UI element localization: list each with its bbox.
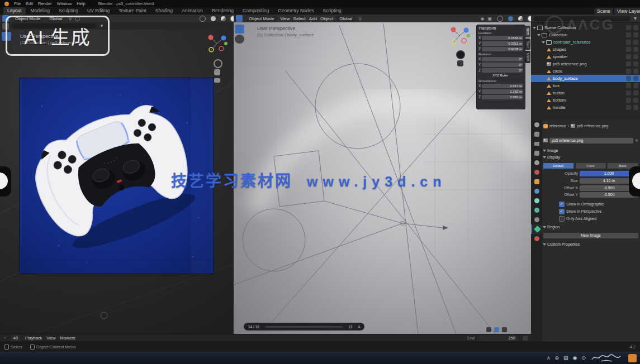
tab-uv-editing[interactable]: UV Editing bbox=[83, 7, 113, 15]
viewport-footer-slider[interactable]: 14 / 16 13 4 bbox=[244, 323, 364, 331]
tray-network-icon[interactable]: ▤ bbox=[563, 355, 568, 361]
navigation-gizmo[interactable] bbox=[205, 31, 229, 56]
camera-visibility-toggle[interactable] bbox=[633, 90, 638, 95]
end-frame-field[interactable]: 250 bbox=[479, 335, 518, 341]
snap-magnet-icon[interactable]: ∪ bbox=[358, 16, 362, 21]
tab-layout[interactable]: Layout bbox=[3, 7, 26, 15]
outliner-row-image[interactable]: ps5 reference.png bbox=[531, 60, 640, 68]
camera-visibility-toggle[interactable] bbox=[633, 98, 638, 103]
tab-sculpting[interactable]: Sculpting bbox=[55, 7, 82, 15]
xray-icon[interactable]: ▣ bbox=[487, 16, 492, 21]
menu-window[interactable]: Window bbox=[57, 1, 72, 6]
editor-type-icon[interactable] bbox=[236, 15, 243, 22]
checkbox-icon[interactable] bbox=[559, 202, 565, 207]
overlay-toggle-icon[interactable] bbox=[494, 327, 499, 332]
tab-rendering[interactable]: Rendering bbox=[208, 7, 238, 15]
tab-animation[interactable]: Animation bbox=[178, 7, 207, 15]
hide-eye-toggle[interactable] bbox=[626, 105, 631, 110]
menu-edit[interactable]: Edit bbox=[26, 1, 33, 6]
camera-visibility-toggle[interactable] bbox=[633, 105, 638, 110]
tab-scripting[interactable]: Scripting bbox=[319, 7, 345, 15]
dimensions-z-row[interactable]: Z0.982 m bbox=[478, 94, 523, 99]
location-z-row[interactable]: Z0.9228 m bbox=[478, 46, 523, 51]
shading-material-icon[interactable] bbox=[518, 16, 523, 21]
camera-visibility-toggle[interactable] bbox=[633, 54, 638, 59]
properties-tab-world[interactable] bbox=[531, 167, 542, 177]
pan-hand-icon[interactable] bbox=[214, 69, 220, 75]
timeline-clock-icon[interactable]: ◔ bbox=[3, 336, 6, 341]
side-tab-view[interactable]: View bbox=[525, 51, 530, 63]
panel-title[interactable]: Transform bbox=[478, 26, 523, 30]
hide-eye-toggle[interactable] bbox=[626, 25, 631, 30]
camera-view-icon[interactable] bbox=[214, 78, 220, 83]
properties-tab-modifiers[interactable] bbox=[531, 186, 542, 196]
rotation-y-row[interactable]: Y0° bbox=[478, 62, 523, 67]
tab-modeling[interactable]: Modeling bbox=[27, 7, 54, 15]
expand-caret-icon[interactable] bbox=[542, 41, 545, 44]
outliner-row-mesh[interactable]: speaker bbox=[531, 53, 640, 60]
properties-tab-scene[interactable] bbox=[531, 158, 542, 167]
current-frame-field[interactable]: 40 bbox=[11, 335, 21, 341]
rotation-z-row[interactable]: Z0° bbox=[478, 68, 523, 73]
properties-tab-material[interactable] bbox=[531, 234, 542, 243]
zoom-icon[interactable] bbox=[456, 50, 465, 59]
camera-visibility-toggle[interactable] bbox=[633, 25, 638, 30]
outliner-row-mesh[interactable]: box bbox=[531, 82, 640, 89]
camera-visibility-toggle[interactable] bbox=[633, 76, 638, 81]
breadcrumb-data[interactable]: ps5 reference.png bbox=[577, 124, 608, 128]
depth-option-default[interactable]: Default bbox=[543, 163, 574, 169]
menu-markers[interactable]: Markers bbox=[60, 336, 75, 341]
location-x-row[interactable]: X0.1556 m bbox=[478, 35, 523, 40]
footer-slider-track[interactable] bbox=[265, 326, 343, 328]
dimensions-y-row[interactable]: Y1.192 m bbox=[478, 89, 523, 94]
hide-eye-toggle[interactable] bbox=[626, 98, 631, 103]
camera-visibility-toggle[interactable] bbox=[633, 40, 638, 45]
outliner-row-mesh[interactable]: button bbox=[531, 89, 640, 97]
tab-geometry-nodes[interactable]: Geometry Nodes bbox=[274, 7, 317, 15]
rotation-mode-dropdown[interactable]: XYZ Euler bbox=[478, 73, 523, 78]
menu-view[interactable]: View bbox=[46, 336, 55, 341]
player-next-button[interactable] bbox=[629, 166, 640, 197]
select-box-tool-button[interactable] bbox=[235, 25, 244, 33]
side-tab-item[interactable]: Item bbox=[525, 26, 530, 37]
properties-tab-render[interactable] bbox=[531, 130, 542, 139]
filter-funnel-icon[interactable]: ▼ bbox=[633, 16, 638, 21]
panel-header-custom-properties[interactable]: Custom Properties bbox=[543, 242, 638, 246]
hide-eye-toggle[interactable] bbox=[626, 90, 631, 95]
properties-tab-constraints[interactable] bbox=[531, 215, 542, 224]
menu-render[interactable]: Render bbox=[38, 1, 52, 6]
properties-tab-tool[interactable] bbox=[531, 120, 542, 130]
properties-tab-object[interactable] bbox=[531, 177, 542, 186]
pan-hand-icon[interactable] bbox=[457, 60, 463, 66]
asset-shelf-toggle-icon[interactable] bbox=[486, 327, 491, 332]
orientation-dropdown[interactable]: Global bbox=[336, 16, 355, 22]
breadcrumb-object[interactable]: reference bbox=[549, 124, 566, 128]
tab-texture-paint[interactable]: Texture Paint bbox=[115, 7, 150, 15]
mode-dropdown[interactable]: Object Mode bbox=[246, 16, 277, 22]
tray-expand-icon[interactable]: ∧ bbox=[547, 355, 551, 361]
properties-tab-particles[interactable] bbox=[531, 196, 542, 205]
menu-file[interactable]: File bbox=[14, 1, 21, 6]
view-layer-selector[interactable]: View Layer bbox=[614, 8, 640, 15]
shading-wireframe-icon[interactable] bbox=[497, 16, 503, 22]
hide-eye-toggle[interactable] bbox=[626, 47, 631, 52]
rotation-x-row[interactable]: X0° bbox=[478, 56, 523, 61]
menu-select[interactable]: Select bbox=[293, 16, 306, 21]
shading-solid-icon[interactable] bbox=[508, 16, 513, 21]
properties-tab-object-data[interactable] bbox=[531, 224, 542, 234]
checkbox-icon[interactable] bbox=[559, 216, 565, 222]
hide-eye-toggle[interactable] bbox=[626, 32, 631, 37]
menu-view[interactable]: View bbox=[280, 16, 290, 21]
camera-visibility-toggle[interactable] bbox=[633, 32, 638, 37]
new-image-button[interactable]: New Image bbox=[543, 233, 638, 238]
properties-tab-output[interactable] bbox=[531, 139, 542, 149]
cursor-tool-button[interactable] bbox=[235, 35, 244, 44]
outliner-row-subcollection[interactable]: controller_reference bbox=[531, 39, 640, 46]
panel-header-image[interactable]: Image bbox=[543, 149, 638, 152]
checkbox-perspective[interactable]: Show in Perspective bbox=[543, 208, 640, 214]
checkbox-orthographic[interactable]: Show in Orthographic bbox=[543, 201, 640, 207]
properties-tab-physics[interactable] bbox=[531, 205, 542, 215]
camera-visibility-toggle[interactable] bbox=[633, 47, 638, 52]
panel-header-region[interactable]: Region bbox=[543, 225, 638, 229]
outliner-row-mesh[interactable]: circle bbox=[531, 68, 640, 75]
